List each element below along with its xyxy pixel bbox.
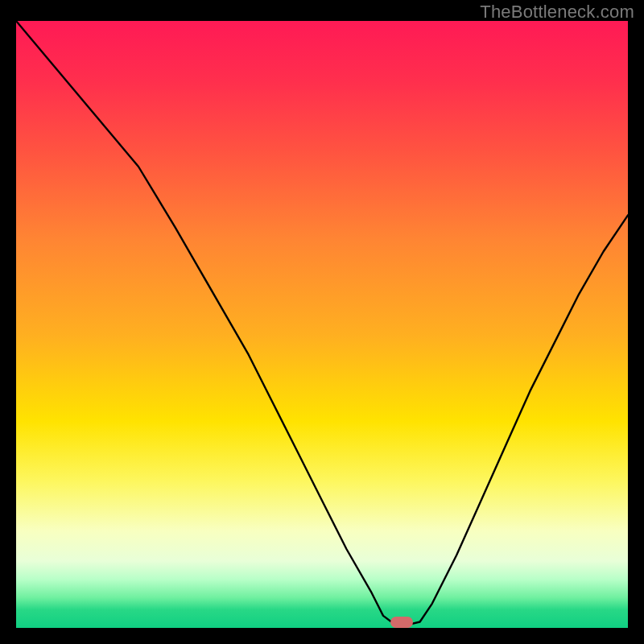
optimal-marker <box>390 617 413 628</box>
plot-area <box>16 21 628 628</box>
bottleneck-curve <box>16 21 628 628</box>
watermark-text: TheBottleneck.com <box>480 2 634 23</box>
chart-frame: TheBottleneck.com <box>0 0 644 644</box>
